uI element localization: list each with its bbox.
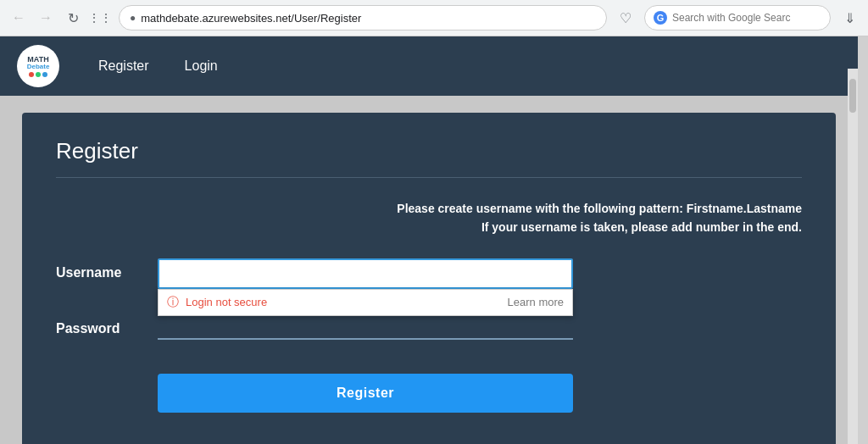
password-input-wrap — [158, 314, 802, 340]
password-row: Password — [56, 314, 802, 340]
username-input[interactable] — [158, 258, 573, 289]
back-button[interactable]: ← — [7, 6, 31, 30]
search-bar[interactable]: G — [644, 5, 831, 31]
autofill-learn-link[interactable]: Learn more — [508, 296, 564, 308]
hint-line2: If your username is taken, please add nu… — [56, 218, 802, 236]
username-label: Username — [56, 258, 158, 280]
lock-icon: ● — [130, 12, 136, 24]
info-icon: ⓘ — [167, 295, 179, 310]
logo-dots — [27, 72, 50, 77]
nav-login-link[interactable]: Login — [171, 52, 231, 80]
download-button[interactable]: ⇓ — [837, 6, 861, 30]
nav-links: Register Login — [85, 52, 231, 80]
register-button[interactable]: Register — [158, 374, 573, 413]
password-input-underline — [158, 314, 573, 340]
address-input[interactable] — [141, 12, 596, 25]
dot-green — [36, 72, 41, 77]
hint-text: Please create username with the followin… — [56, 199, 802, 237]
main-content: Register Please create username with the… — [0, 96, 858, 444]
password-label: Password — [56, 314, 158, 336]
site-nav: MATH Debate Register Login — [0, 36, 858, 96]
browser-toolbar: ← → ↻ ⋮⋮ ● ♡ G ⇓ — [0, 0, 868, 36]
logo-circle: MATH Debate — [17, 45, 59, 87]
forward-button[interactable]: → — [34, 6, 58, 30]
refresh-button[interactable]: ↻ — [61, 6, 85, 30]
page-wrapper: MATH Debate Register Login Register Plea… — [0, 36, 858, 444]
google-icon: G — [654, 11, 667, 25]
form-card: Register Please create username with the… — [22, 113, 836, 444]
nav-buttons: ← → ↻ ⋮⋮ — [7, 6, 112, 30]
bookmark-button[interactable]: ♡ — [614, 6, 637, 30]
scrollbar-thumb[interactable] — [849, 79, 856, 113]
search-input[interactable] — [672, 12, 791, 24]
hint-line1: Please create username with the followin… — [56, 199, 802, 218]
autofill-row: ⓘ Login not secure Learn more — [159, 290, 572, 315]
logo-inner: MATH Debate — [27, 56, 50, 77]
nav-register-link[interactable]: Register — [85, 52, 163, 80]
logo-box: MATH Debate — [17, 45, 59, 87]
address-bar[interactable]: ● — [119, 5, 607, 31]
dot-red — [29, 72, 34, 77]
autofill-dropdown: ⓘ Login not secure Learn more — [158, 289, 573, 316]
divider — [56, 177, 802, 178]
page-title: Register — [56, 138, 802, 164]
browser-chrome: ← → ↻ ⋮⋮ ● ♡ G ⇓ — [0, 0, 868, 36]
username-input-wrap: ⓘ Login not secure Learn more — [158, 258, 802, 289]
dot-blue — [42, 72, 47, 77]
autofill-warning-text: Login not secure — [186, 296, 267, 308]
apps-button[interactable]: ⋮⋮ — [88, 6, 112, 30]
scrollbar[interactable] — [848, 69, 858, 444]
logo-debate-text: Debate — [27, 64, 50, 70]
username-row: Username ⓘ Login not secure Learn more — [56, 258, 802, 289]
